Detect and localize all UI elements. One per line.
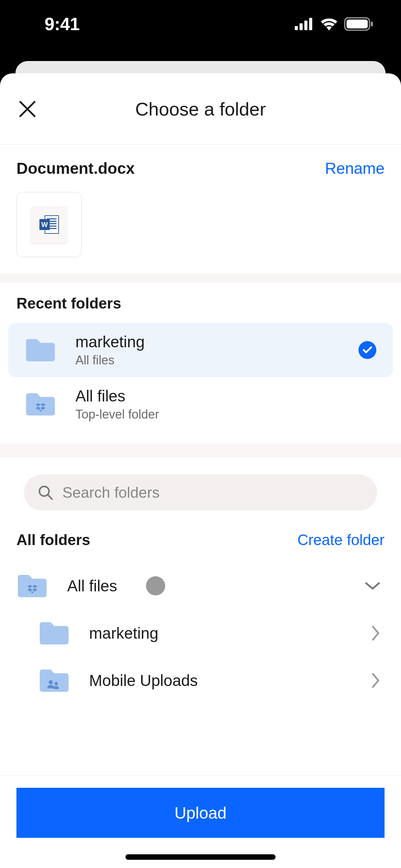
svg-rect-0 [295, 26, 298, 30]
word-doc-icon: W [31, 206, 67, 243]
upload-button[interactable]: Upload [16, 788, 385, 838]
recent-folder-path: All files [75, 353, 359, 367]
home-indicator[interactable] [125, 854, 276, 860]
recent-folder-item[interactable]: All files Top-level folder [8, 377, 393, 431]
tree-row-all-files[interactable]: All files [16, 562, 385, 610]
svg-line-21 [48, 495, 52, 499]
sheet-title: Choose a folder [0, 98, 401, 120]
section-divider [0, 274, 401, 282]
recent-folders-section: Recent folders marketing All files All f… [0, 282, 401, 431]
cellular-icon [295, 18, 314, 30]
svg-rect-6 [371, 22, 373, 26]
all-folders-header: All folders Create folder [0, 525, 401, 562]
svg-rect-1 [300, 23, 303, 30]
all-folders-title: All folders [16, 531, 90, 548]
status-bar: 9:41 [0, 0, 401, 48]
search-section: Search folders [0, 457, 401, 525]
svg-text:W: W [41, 221, 48, 228]
svg-rect-2 [304, 21, 307, 30]
file-section: Document.docx Rename W [0, 145, 401, 274]
recent-folder-name: marketing [75, 333, 359, 351]
wifi-icon [320, 17, 338, 31]
chevron-right-icon[interactable] [371, 625, 380, 641]
search-input[interactable]: Search folders [24, 474, 377, 511]
close-icon [18, 100, 37, 118]
file-name: Document.docx [16, 159, 135, 178]
sheet-header: Choose a folder [0, 73, 401, 145]
folder-icon [25, 337, 56, 363]
dropbox-folder-icon [16, 573, 48, 599]
recent-folders-title: Recent folders [0, 295, 401, 323]
search-icon [38, 485, 53, 501]
loading-indicator [146, 576, 165, 595]
tree-row-marketing[interactable]: marketing [16, 610, 385, 657]
tree-label: marketing [89, 624, 158, 642]
create-folder-button[interactable]: Create folder [297, 531, 385, 548]
recent-folder-name: All files [75, 387, 376, 405]
svg-point-27 [49, 680, 53, 684]
search-placeholder: Search folders [62, 484, 160, 501]
tree-label: Mobile Uploads [89, 671, 198, 690]
tree-label: All files [67, 577, 117, 595]
status-time: 9:41 [45, 14, 80, 34]
selected-check-icon [359, 341, 376, 359]
rename-button[interactable]: Rename [325, 159, 385, 178]
tree-row-mobile-uploads[interactable]: Mobile Uploads [16, 657, 385, 704]
shared-folder-icon [38, 668, 70, 693]
close-button[interactable] [16, 98, 38, 120]
section-divider [0, 444, 401, 457]
recent-folder-path: Top-level folder [75, 407, 376, 422]
status-icons [295, 17, 374, 31]
battery-icon [344, 17, 374, 31]
svg-rect-3 [309, 18, 312, 30]
recent-folder-item[interactable]: marketing All files [8, 323, 393, 377]
folder-icon [38, 620, 70, 646]
svg-rect-5 [347, 20, 368, 28]
file-thumbnail[interactable]: W [16, 192, 82, 257]
dropbox-folder-icon [25, 391, 56, 417]
modal-sheet: Choose a folder Document.docx Rename W R… [0, 73, 401, 868]
svg-point-28 [54, 682, 58, 685]
folder-tree: All files marketing Mobile Uploads [0, 562, 401, 704]
chevron-right-icon[interactable] [371, 673, 380, 688]
chevron-down-icon[interactable] [365, 581, 380, 591]
